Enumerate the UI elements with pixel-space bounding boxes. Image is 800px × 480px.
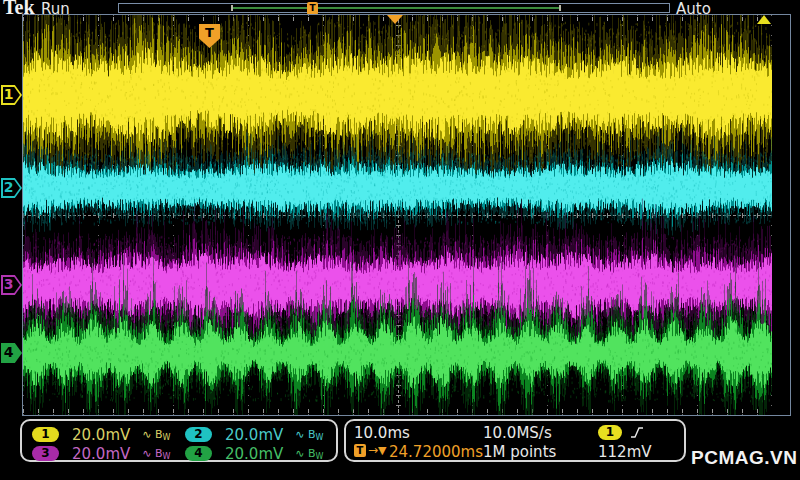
ac-coupling-bandwidth-icon: ∿ BW: [142, 447, 170, 460]
record-view-bar[interactable]: T: [118, 3, 670, 13]
window-bracket-right: [559, 5, 561, 11]
delay-time-readout[interactable]: 24.72000ms: [389, 443, 483, 461]
ac-coupling-bandwidth-icon: ∿ BW: [295, 447, 323, 460]
channel-2-marker-label: 2: [1, 179, 16, 195]
channel-4-marker[interactable]: 4: [1, 343, 22, 363]
channel-3-marker[interactable]: 3: [1, 275, 22, 295]
trigger-level-offscreen-icon: [757, 15, 771, 24]
window-bracket-left: [231, 5, 233, 11]
channel-4-marker-label: 4: [1, 344, 16, 360]
channel-1-badge: 1: [32, 427, 59, 442]
channel-3-marker-label: 3: [1, 276, 16, 292]
channel-2-readout[interactable]: 220.0mV∿ BW: [185, 424, 323, 441]
watermark: PCMAG.VN: [691, 447, 797, 469]
channel-readout-box: 120.0mV∿ BW 220.0mV∿ BW 320.0mV∿ BW 420.…: [20, 419, 338, 462]
channel-2-marker[interactable]: 2: [1, 178, 22, 198]
waveform-display[interactable]: [22, 14, 791, 416]
channel-2-scale: 20.0mV: [225, 426, 283, 444]
channel-2-badge: 2: [185, 427, 212, 442]
channel-4-badge: 4: [185, 446, 212, 461]
ac-coupling-bandwidth-icon: ∿ BW: [142, 428, 170, 441]
ac-coupling-bandwidth-icon: ∿ BW: [295, 428, 323, 441]
delay-triangle-icon: ▼: [378, 444, 386, 457]
record-window-segment: [233, 7, 559, 9]
delay-trigger-icon: T: [354, 444, 366, 457]
channel-1-marker[interactable]: 1: [1, 85, 22, 105]
rising-edge-icon: [630, 426, 644, 439]
channel-1-readout[interactable]: 120.0mV∿ BW: [32, 424, 170, 441]
trigger-level-readout[interactable]: 112mV: [598, 443, 652, 461]
channel-1-marker-label: 1: [1, 86, 16, 102]
waveform-canvas[interactable]: [23, 15, 772, 415]
channel-3-badge: 3: [32, 446, 59, 461]
timebase-readout[interactable]: 10.0ms: [354, 424, 410, 442]
expansion-point-icon: [387, 15, 403, 24]
channel-4-readout[interactable]: 420.0mV∿ BW: [185, 443, 323, 460]
channel-3-readout[interactable]: 320.0mV∿ BW: [32, 443, 170, 460]
channel-3-scale: 20.0mV: [72, 445, 130, 463]
trigger-source-badge[interactable]: 1: [598, 425, 622, 440]
record-length-readout: 1M points: [483, 443, 556, 461]
channel-4-scale: 20.0mV: [225, 445, 283, 463]
channel-1-scale: 20.0mV: [72, 426, 130, 444]
horizontal-trigger-readout-box: 10.0ms 10.0MS/s 1 T → ▼ 24.72000ms 1M po…: [344, 419, 686, 462]
sample-rate-readout: 10.0MS/s: [483, 424, 552, 442]
delay-arrow-icon: →: [368, 443, 378, 457]
